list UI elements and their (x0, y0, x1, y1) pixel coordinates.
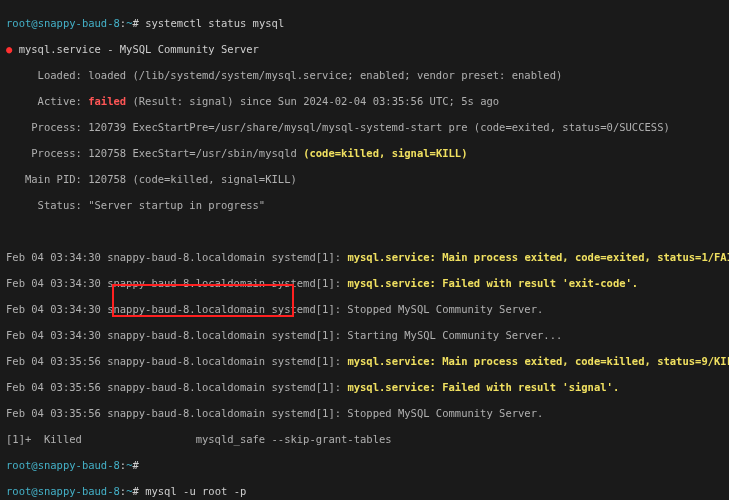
prompt-host: snappy-baud-8 (38, 17, 120, 29)
loaded-line: Loaded: loaded (/lib/systemd/system/mysq… (6, 69, 723, 82)
cmd-status: systemctl status mysql (145, 17, 284, 29)
active-failed: failed (88, 95, 126, 107)
prompt-user: root (6, 17, 31, 29)
log-line-6: Feb 04 03:35:56 snappy-baud-8.localdomai… (6, 381, 723, 394)
service-header: ● mysql.service - MySQL Community Server (6, 43, 723, 56)
terminal-output[interactable]: root@snappy-baud-8:~# systemctl status m… (0, 0, 729, 500)
log-line-3: Feb 04 03:34:30 snappy-baud-8.localdomai… (6, 303, 723, 316)
log-line-1: Feb 04 03:34:30 snappy-baud-8.localdomai… (6, 251, 723, 264)
active-line: Active: failed (Result: signal) since Su… (6, 95, 723, 108)
mainpid-line: Main PID: 120758 (code=killed, signal=KI… (6, 173, 723, 186)
bullet-icon: ● (6, 43, 12, 55)
log-line-4: Feb 04 03:34:30 snappy-baud-8.localdomai… (6, 329, 723, 342)
prompt-hash: # (132, 17, 138, 29)
prompt-line[interactable]: root@snappy-baud-8:~# mysql -u root -p (6, 485, 723, 498)
prompt-line[interactable]: root@snappy-baud-8:~# (6, 459, 723, 472)
job-killed-line: [1]+ Killed mysqld_safe --skip-grant-tab… (6, 433, 723, 446)
prompt-line[interactable]: root@snappy-baud-8:~# systemctl status m… (6, 17, 723, 30)
cmd-login-1: mysql -u root -p (145, 485, 246, 497)
process-killed: (code=killed, signal=KILL) (303, 147, 467, 159)
log-line-2: Feb 04 03:34:30 snappy-baud-8.localdomai… (6, 277, 723, 290)
blank-line (6, 225, 723, 238)
log-line-5: Feb 04 03:35:56 snappy-baud-8.localdomai… (6, 355, 723, 368)
status-text-line: Status: "Server startup in progress" (6, 199, 723, 212)
process-line-2: Process: 120758 ExecStart=/usr/sbin/mysq… (6, 147, 723, 160)
log-line-7: Feb 04 03:35:56 snappy-baud-8.localdomai… (6, 407, 723, 420)
process-line-1: Process: 120739 ExecStartPre=/usr/share/… (6, 121, 723, 134)
